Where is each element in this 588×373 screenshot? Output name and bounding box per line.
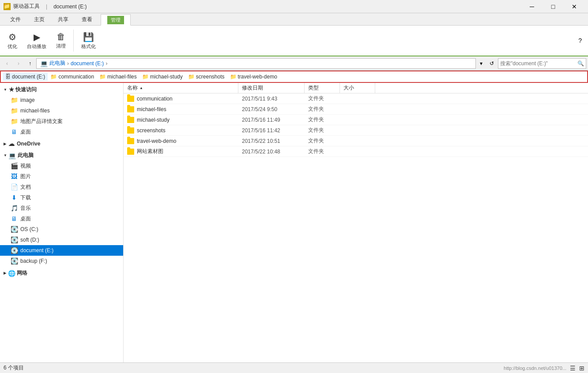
tab-home[interactable]: 主页 <box>27 14 51 25</box>
minimize-button[interactable]: ─ <box>522 0 542 13</box>
sidebar-item-michael-files[interactable]: 📁 michael-files <box>0 105 123 116</box>
sidebar-item-videos[interactable]: 🎬 视频 <box>0 160 123 171</box>
refresh-button[interactable]: ↺ <box>486 58 497 69</box>
drive-f-icon: 💽 <box>11 257 18 265</box>
col-header-type[interactable]: 类型 <box>305 83 340 93</box>
file-row-3[interactable]: screenshots 2017/5/16 11:42 文件夹 <box>124 125 588 136</box>
up-button[interactable]: ↑ <box>25 58 35 69</box>
file-row-2[interactable]: michael-study 2017/5/16 11:49 文件夹 <box>124 115 588 125</box>
folder-icon-michael-files: 📁 <box>11 107 18 114</box>
forward-button[interactable]: › <box>13 58 24 69</box>
app-icon: 📁 <box>4 3 11 10</box>
tiles-view-button[interactable]: ⊞ <box>579 365 584 372</box>
file-date-2: 2017/5/16 11:49 <box>238 115 305 125</box>
file-date-1: 2017/5/24 9:50 <box>238 104 305 115</box>
sidebar-item-pictures[interactable]: 🖼 图片 <box>0 171 123 182</box>
address-path[interactable]: 💻 此电脑 › document (E:) › <box>36 58 476 69</box>
fav-document[interactable]: 🗄 document (E:) <box>3 73 48 81</box>
sidebar-item-os-c[interactable]: 💽 OS (C:) <box>0 224 123 235</box>
music-icon: 🎵 <box>11 205 18 212</box>
network-arrow: ▶ <box>4 271 6 275</box>
sidebar-item-documents[interactable]: 📄 文档 <box>0 182 123 192</box>
address-bar: ‹ › ↑ 💻 此电脑 › document (E:) › ▾ ↺ 🔍 <box>0 56 588 71</box>
help-button[interactable]: ? <box>576 36 584 45</box>
back-button[interactable]: ‹ <box>2 58 12 69</box>
network-icon: 🌐 <box>8 270 15 277</box>
quick-access-header[interactable]: ▼ ★ 快速访问 <box>0 85 123 95</box>
fav-travel-web-demo[interactable]: 📁 travel-web-demo <box>227 73 280 81</box>
sidebar-item-map-docs[interactable]: 📁 地图产品详情文案 <box>0 116 123 127</box>
search-icon[interactable]: 🔍 <box>577 60 584 67</box>
fav-folder-icon-2: 📁 <box>99 74 106 80</box>
drive-e-icon: 💽 <box>11 247 18 254</box>
ribbon-format-btn[interactable]: 💾 格式化 <box>77 27 100 54</box>
sort-icon-name: ▲ <box>139 86 143 90</box>
sidebar: ▼ ★ 快速访问 📁 image 📁 michael-files 📁 地图产品详… <box>0 83 124 362</box>
network-header[interactable]: ▶ 🌐 网络 <box>0 268 123 278</box>
desktop-icon-1: 🖥 <box>11 128 18 135</box>
folder-icon-3 <box>127 127 134 134</box>
quick-access-label: ★ 快速访问 <box>9 86 37 93</box>
sidebar-item-image[interactable]: 📁 image <box>0 95 123 105</box>
folder-icon-image: 📁 <box>11 97 18 104</box>
maximize-button[interactable]: □ <box>543 0 563 13</box>
file-type-4: 文件夹 <box>305 136 340 146</box>
ribbon-autoplay-btn[interactable]: ▶ 自动播放 <box>23 27 50 54</box>
window-title: document (E:) <box>53 4 87 10</box>
sidebar-item-desktop1[interactable]: 🖥 桌面 <box>0 127 123 137</box>
onedrive-header[interactable]: ▶ ☁ OneDrive <box>0 139 123 149</box>
file-row-0[interactable]: communication 2017/5/11 9:43 文件夹 <box>124 93 588 104</box>
search-input[interactable] <box>500 60 577 67</box>
optimize-icon: ⚙ <box>8 32 16 42</box>
format-icon: 💾 <box>83 32 94 42</box>
file-date-0: 2017/5/11 9:43 <box>238 93 305 104</box>
file-size-2 <box>340 115 375 125</box>
sidebar-item-backup-f[interactable]: 💽 backup (F:) <box>0 256 123 266</box>
file-row-1[interactable]: michael-files 2017/5/24 9:50 文件夹 <box>124 104 588 115</box>
col-header-name[interactable]: 名称 ▲ <box>124 83 238 93</box>
favorites-bar: 🗄 document (E:) 📁 communication 📁 michae… <box>0 71 588 83</box>
path-computer[interactable]: 此电脑 <box>49 60 65 67</box>
path-drive[interactable]: document (E:) <box>71 60 104 67</box>
search-box[interactable]: 🔍 <box>498 58 586 69</box>
fav-michael-study[interactable]: 📁 michael-study <box>139 73 185 81</box>
fav-communication[interactable]: 📁 communication <box>48 73 97 81</box>
sidebar-item-desktop2[interactable]: 🖥 桌面 <box>0 213 123 224</box>
tab-share[interactable]: 共享 <box>51 14 75 25</box>
tab-manage[interactable]: 管理 <box>101 14 131 26</box>
ribbon-label: 驱动器工具 <box>13 3 40 10</box>
fav-folder-icon-4: 📁 <box>188 74 195 80</box>
sidebar-item-document-e[interactable]: 💽 document (E:) <box>0 245 123 256</box>
this-pc-label: 此电脑 <box>18 152 34 159</box>
sidebar-item-downloads[interactable]: ⬇ 下载 <box>0 192 123 203</box>
ribbon-tabs: 文件 主页 共享 查看 管理 <box>0 13 588 26</box>
details-view-button[interactable]: ☰ <box>570 365 576 372</box>
this-pc-header[interactable]: ▼ 💻 此电脑 <box>0 150 123 160</box>
address-dropdown[interactable]: ▾ <box>477 60 486 67</box>
folder-icon-1 <box>127 106 134 112</box>
this-pc-arrow: ▼ <box>4 153 7 157</box>
tab-file[interactable]: 文件 <box>4 14 27 25</box>
network-label: 网络 <box>17 269 27 277</box>
ribbon-optimize-btn[interactable]: ⚙ 优化 <box>4 27 21 54</box>
status-right: http://blog.csdn.net/u01370... ☰ ⊞ <box>504 365 584 372</box>
file-size-1 <box>340 104 375 115</box>
file-row-5[interactable]: 网站素材图 2017/5/22 10:48 文件夹 <box>124 146 588 157</box>
sidebar-item-soft-d[interactable]: 💽 soft (D:) <box>0 235 123 245</box>
fav-michael-files[interactable]: 📁 michael-files <box>97 73 139 81</box>
fav-screenshots[interactable]: 📁 screenshots <box>185 73 227 81</box>
col-header-size[interactable]: 大小 <box>340 83 375 93</box>
file-name-5: 网站素材图 <box>124 146 238 157</box>
ribbon-cleanup-btn[interactable]: 🗑 清理 <box>52 27 70 54</box>
ribbon-content: ⚙ 优化 ▶ 自动播放 🗑 清理 💾 格式化 ? <box>0 26 588 56</box>
sidebar-item-music[interactable]: 🎵 音乐 <box>0 203 123 213</box>
quick-access-arrow: ▼ <box>4 88 7 92</box>
close-button[interactable]: ✕ <box>564 0 584 13</box>
onedrive-arrow: ▶ <box>4 142 6 146</box>
path-drive-icon: 💻 <box>40 60 48 67</box>
tab-view[interactable]: 查看 <box>75 14 99 25</box>
this-pc-section: ▼ 💻 此电脑 🎬 视频 🖼 图片 📄 文档 ⬇ 下载 🎵 <box>0 150 123 266</box>
col-header-date[interactable]: 修改日期 <box>238 83 305 93</box>
file-row-4[interactable]: travel-web-demo 2017/5/22 10:51 文件夹 <box>124 136 588 146</box>
file-size-4 <box>340 136 375 146</box>
